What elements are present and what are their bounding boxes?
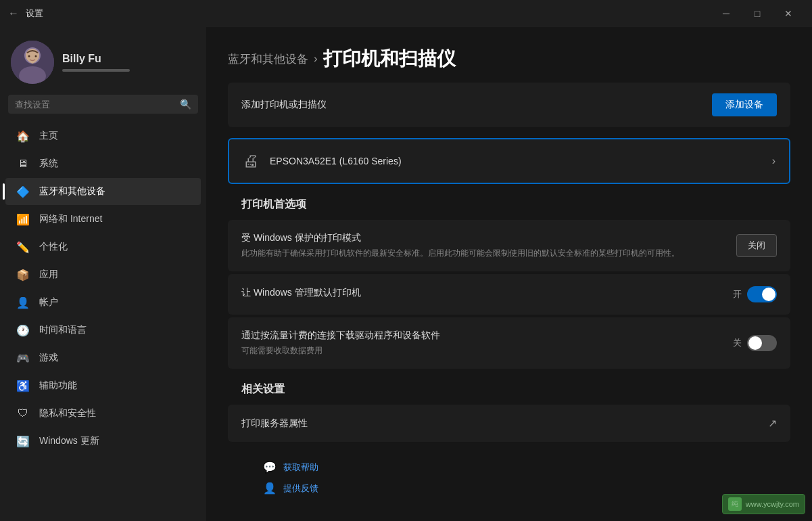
manage-default-printer-row: 让 Windows 管理默认打印机 开 xyxy=(228,274,790,315)
search-container: 🔍 xyxy=(0,95,206,122)
related-settings-header: 相关设置 xyxy=(228,382,790,397)
personalization-icon: ✏️ xyxy=(16,240,30,254)
breadcrumb-parent[interactable]: 蓝牙和其他设备 xyxy=(228,51,308,67)
sidebar-item-personalization[interactable]: ✏️ 个性化 xyxy=(5,233,201,260)
sidebar-item-label: 主页 xyxy=(39,130,58,142)
svg-point-4 xyxy=(28,55,30,58)
print-server-title: 打印服务器属性 xyxy=(241,417,308,430)
protected-print-button[interactable]: 关闭 xyxy=(736,234,777,257)
breadcrumb: 蓝牙和其他设备 › 打印机和扫描仪 xyxy=(206,27,812,83)
watermark-text: www.ycwjty.com xyxy=(746,500,799,508)
settings-row-protected: 受 Windows 保护的打印模式 此功能有助于确保采用打印机软件的最新安全标准… xyxy=(228,220,790,271)
search-icon: 🔍 xyxy=(180,99,191,110)
protected-print-control: 关闭 xyxy=(736,234,777,257)
sidebar-item-accounts[interactable]: 👤 帐户 xyxy=(5,289,201,316)
sidebar-item-label: 辅助功能 xyxy=(39,380,77,392)
breadcrumb-separator: › xyxy=(314,52,318,66)
window-controls: ─ □ ✕ xyxy=(711,0,804,27)
system-icon: 🖥 xyxy=(16,157,30,171)
feedback-icon: 👤 xyxy=(263,482,277,495)
search-input[interactable] xyxy=(15,99,174,110)
settings-row-info-manage: 让 Windows 管理默认打印机 xyxy=(241,287,733,302)
back-button[interactable]: ← xyxy=(8,7,19,20)
content-area: 蓝牙和其他设备 › 打印机和扫描仪 添加打印机或扫描仪 添加设备 🖨 EPSON… xyxy=(206,27,812,521)
metered-title: 通过按流量计费的连接下载驱动程序和设备软件 xyxy=(241,330,717,342)
privacy-icon: 🛡 xyxy=(16,407,30,420)
toggle-on-label: 开 xyxy=(733,288,742,300)
metered-toggle[interactable] xyxy=(747,335,777,351)
get-help-label: 获取帮助 xyxy=(283,461,318,474)
preferences-header: 打印机首选项 xyxy=(228,198,790,212)
accounts-icon: 👤 xyxy=(16,296,30,309)
help-icon: 💬 xyxy=(263,461,277,474)
sidebar-item-system[interactable]: 🖥 系统 xyxy=(5,150,201,177)
sidebar-item-network[interactable]: 📶 网络和 Internet xyxy=(5,206,201,233)
sidebar-item-label: 网络和 Internet xyxy=(39,213,102,225)
manage-default-toggle[interactable] xyxy=(747,286,777,302)
printer-name: EPSON3A52E1 (L6160 Series) xyxy=(270,156,761,166)
sidebar-item-label: 系统 xyxy=(39,158,58,170)
sidebar: Billy Fu 🔍 🏠 主页 🖥 系统 🔷 蓝牙和其他设备 xyxy=(0,27,206,521)
settings-row-info-protected: 受 Windows 保护的打印模式 此功能有助于确保采用打印机软件的最新安全标准… xyxy=(241,232,736,259)
printer-item[interactable]: 🖨 EPSON3A52E1 (L6160 Series) › xyxy=(228,138,790,184)
windows-update-icon: 🔄 xyxy=(16,434,30,448)
user-status-bar xyxy=(62,69,130,72)
accessibility-icon: ♿ xyxy=(16,379,30,392)
feedback-link[interactable]: 👤 提供反馈 xyxy=(263,482,769,495)
sidebar-item-label: Windows 更新 xyxy=(39,435,99,447)
sidebar-item-windows-update[interactable]: 🔄 Windows 更新 xyxy=(5,428,201,455)
print-server-properties-row[interactable]: 打印服务器属性 ↗ xyxy=(228,405,790,442)
footer-links: 💬 获取帮助 👤 提供反馈 xyxy=(228,442,790,508)
gaming-icon: 🎮 xyxy=(16,351,30,365)
protected-print-desc: 此功能有助于确保采用打印机软件的最新安全标准。启用此功能可能会限制使用旧的默认安… xyxy=(241,247,720,259)
add-device-button[interactable]: 添加设备 xyxy=(712,93,777,116)
printer-chevron-icon: › xyxy=(772,155,775,167)
user-profile: Billy Fu xyxy=(0,27,206,95)
sidebar-item-label: 帐户 xyxy=(39,296,58,309)
sidebar-item-home[interactable]: 🏠 主页 xyxy=(5,122,201,150)
time-icon: 🕐 xyxy=(16,323,30,337)
titlebar-title: 设置 xyxy=(26,7,43,20)
close-button[interactable]: ✕ xyxy=(773,0,804,27)
user-name: Billy Fu xyxy=(62,53,195,65)
sidebar-item-label: 应用 xyxy=(39,269,58,281)
titlebar: ← 设置 ─ □ ✕ xyxy=(0,0,812,27)
settings-row-info-metered: 通过按流量计费的连接下载驱动程序和设备软件 可能需要收取数据费用 xyxy=(241,330,733,357)
sidebar-item-label: 时间和语言 xyxy=(39,324,87,336)
sidebar-item-accessibility[interactable]: ♿ 辅助功能 xyxy=(5,372,201,399)
user-info: Billy Fu xyxy=(62,53,195,72)
sidebar-item-gaming[interactable]: 🎮 游戏 xyxy=(5,344,201,371)
settings-row-manage: 让 Windows 管理默认打印机 开 xyxy=(228,274,790,315)
metered-control: 关 xyxy=(733,335,777,351)
bluetooth-icon: 🔷 xyxy=(16,185,30,198)
metered-desc: 可能需要收取数据费用 xyxy=(241,344,717,357)
protected-print-row: 受 Windows 保护的打印模式 此功能有助于确保采用打印机软件的最新安全标准… xyxy=(228,220,790,271)
add-printer-label: 添加打印机或扫描仪 xyxy=(241,99,327,111)
main-layout: Billy Fu 🔍 🏠 主页 🖥 系统 🔷 蓝牙和其他设备 xyxy=(0,27,812,521)
home-icon: 🏠 xyxy=(16,129,30,143)
sidebar-item-label: 游戏 xyxy=(39,352,58,364)
related-settings-section: 相关设置 打印服务器属性 ↗ xyxy=(228,382,790,442)
sidebar-item-time[interactable]: 🕐 时间和语言 xyxy=(5,317,201,344)
minimize-button[interactable]: ─ xyxy=(711,0,742,27)
protected-print-title: 受 Windows 保护的打印模式 xyxy=(241,232,720,244)
sidebar-item-privacy[interactable]: 🛡 隐私和安全性 xyxy=(5,400,201,427)
sidebar-item-bluetooth[interactable]: 🔷 蓝牙和其他设备 xyxy=(5,178,201,205)
manage-default-control: 开 xyxy=(733,286,777,302)
avatar xyxy=(11,41,54,84)
get-help-link[interactable]: 💬 获取帮助 xyxy=(263,461,769,474)
toggle-thumb-off xyxy=(748,336,762,350)
sidebar-item-label: 蓝牙和其他设备 xyxy=(39,185,105,198)
breadcrumb-current: 打印机和扫描仪 xyxy=(323,46,456,72)
content-body: 添加打印机或扫描仪 添加设备 🖨 EPSON3A52E1 (L6160 Seri… xyxy=(206,83,812,521)
sidebar-item-label: 个性化 xyxy=(39,241,68,253)
apps-icon: 📦 xyxy=(16,268,30,281)
svg-point-5 xyxy=(35,55,37,58)
maximize-button[interactable]: □ xyxy=(742,0,773,27)
sidebar-item-apps[interactable]: 📦 应用 xyxy=(5,261,201,288)
nav-list: 🏠 主页 🖥 系统 🔷 蓝牙和其他设备 📶 网络和 Internet ✏️ 个性… xyxy=(0,122,206,455)
manage-default-title: 让 Windows 管理默认打印机 xyxy=(241,287,717,299)
external-link-icon: ↗ xyxy=(768,417,777,430)
sidebar-item-label: 隐私和安全性 xyxy=(39,407,96,420)
feedback-label: 提供反馈 xyxy=(283,482,318,495)
